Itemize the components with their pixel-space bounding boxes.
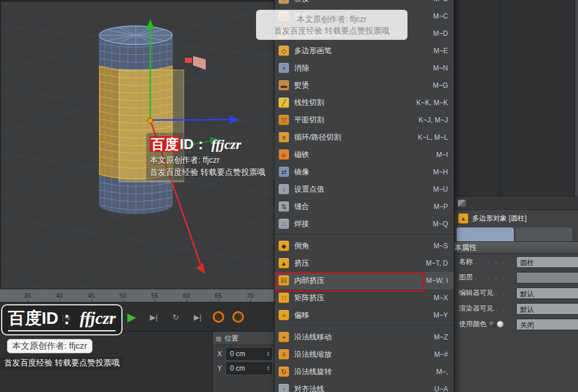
timeline-tick[interactable]: 50 [107, 289, 139, 302]
tick-label: 60 [183, 292, 190, 299]
menu-item-shortcut: M~U [433, 185, 448, 193]
loop-button[interactable]: ↻ [169, 310, 183, 324]
record-keyframe-button[interactable] [213, 311, 224, 323]
polygon-object-icon: ▲ [458, 214, 468, 223]
menu-item-shortcut: M~Y [433, 311, 448, 319]
smooth-shift-icon: ≈ [279, 310, 289, 320]
object-manager-scrollbar[interactable] [575, 0, 578, 196]
menu-item-label: 沿法线缩放 [294, 349, 429, 360]
attribute-value-field[interactable]: 默认 [516, 288, 578, 299]
menu-item[interactable]: ≈ 偏移 M~Y [275, 307, 454, 324]
menu-item[interactable]: ↑ 对齐法线 U~A [275, 380, 454, 392]
section-title: 基本属性 [454, 242, 477, 253]
attribute-label: 图层 [459, 272, 473, 282]
attribute-value-field[interactable]: 默认 [516, 303, 578, 315]
menu-item[interactable]: ∪ 磁铁 M~I [275, 146, 454, 163]
menu-item-shortcut: K~J, M~J [418, 116, 448, 124]
menu-item-shortcut: M~Z [434, 333, 448, 341]
attribute-row: 渲染器可见 默认 [454, 301, 578, 316]
menu-item-shortcut: M~T, D [426, 259, 448, 267]
menu-item-label: 桥接 [294, 0, 428, 4]
menu-item-label: 挤压 [294, 258, 421, 268]
baidu-id-label: 百度 [8, 309, 42, 327]
timeline-tick[interactable]: 35 [12, 289, 43, 302]
spinner-arrows[interactable]: ▲▼ [266, 351, 271, 357]
extrude-icon: ▲ [279, 258, 289, 268]
set-point-value-icon: ↕ [279, 184, 289, 195]
menu-item-shortcut: K~L, M~L [418, 133, 448, 141]
timeline-tick[interactable]: 55 [139, 289, 171, 302]
attribute-tab[interactable] [457, 227, 514, 241]
menu-item[interactable]: ◊ 沿法线缩放 M~# [275, 346, 454, 363]
menu-item-shortcut: M~E [433, 47, 448, 55]
tick-label: 35 [24, 292, 31, 299]
menu-item[interactable]: ⇅ 缝合 M~P [275, 198, 454, 215]
sphere-light-icon [497, 321, 503, 327]
menu-item[interactable]: ▽ 平面切割 K~J, M~J [275, 111, 454, 129]
menu-item[interactable]: × 消除 M~N [275, 59, 454, 77]
menu-item[interactable]: ≡ 循环/路径切割 K~L, M~L [275, 129, 454, 146]
attribute-row: 使用颜色 关闭 [454, 316, 578, 332]
menu-item[interactable]: ◆ 倒角 M~S [275, 237, 454, 255]
timeline-tick[interactable]: 70 [234, 289, 266, 302]
menu-item[interactable]: ▬ 熨烫 M~G [275, 77, 454, 94]
spinner-arrows[interactable]: ▲▼ [266, 365, 271, 371]
goto-end-button[interactable]: ▶| [191, 310, 205, 324]
menu-item[interactable]: ◇ 多边形画笔 M~E [275, 42, 454, 59]
attribute-label: 使用颜色 [459, 319, 487, 329]
transport-button-icon: ↻ [173, 313, 179, 322]
transport-button-icon: ▶| [194, 313, 201, 322]
timeline-tick[interactable]: 40 [43, 289, 75, 302]
menu-item-label: 沿法线移动 [294, 332, 429, 342]
attribute-label: 编辑器可见 [459, 288, 494, 298]
menu-item[interactable]: 回 内部挤压 M~W, I [275, 272, 454, 289]
menu-item[interactable] [275, 233, 454, 237]
tick-label: 50 [119, 292, 126, 299]
attributes-tabbar [454, 196, 578, 210]
menu-item[interactable]: ∩ 桥接 M~B [275, 0, 454, 8]
menu-item[interactable]: ╱ 线性切割 K~K, M~K [275, 94, 454, 111]
object-title: 多边形对象 [圆柱] [472, 214, 527, 223]
menu-item[interactable]: ↻ 沿法线旋转 M~, [275, 363, 454, 380]
menu-item-shortcut: M~D [433, 29, 448, 38]
menu-item[interactable]: ▲ 挤压 M~T, D [275, 255, 454, 272]
scale-along-normals-icon: ◊ [279, 349, 289, 360]
menu-item[interactable]: + 沿法线移动 M~Z [275, 328, 454, 346]
menu-item-shortcut: M~I [436, 151, 448, 159]
timeline-tick[interactable]: 60 [171, 289, 202, 302]
bridge-icon: ∩ [279, 0, 289, 4]
mode-icon[interactable] [458, 200, 466, 207]
dissolve-icon: × [279, 63, 289, 73]
stitch-icon: ⇅ [279, 201, 289, 212]
menu-item[interactable]: ∴ 焊接 M~Q [275, 215, 454, 233]
menu-item[interactable]: ⇄ 镜像 M~H [275, 163, 454, 181]
menu-item-label: 偏移 [294, 310, 428, 320]
object-manager-area [454, 0, 578, 196]
menu-item-shortcut: M~G [433, 81, 448, 89]
attribute-value-field[interactable]: 圆柱 [516, 256, 578, 268]
coordinate-input[interactable]: 0 cm ▲▼ [227, 348, 272, 360]
attribute-tab[interactable] [516, 227, 573, 241]
attribute-value-field[interactable]: 关闭 [516, 319, 578, 330]
menu-item-label: 内部挤压 [294, 275, 421, 286]
polygon-pen-icon: ◇ [279, 46, 289, 56]
section-header[interactable]: 基本属性 [454, 241, 578, 254]
watermark-top: 本文原创作者: ffjczr 首发百度经验 转载要点赞投票哦 [256, 10, 407, 40]
align-normals-icon: ↑ [279, 384, 289, 392]
menu-item-label: 消除 [294, 63, 428, 73]
iron-icon: ▬ [279, 80, 289, 91]
grid-icon: ▦ [216, 335, 221, 342]
attribute-value-field[interactable] [516, 272, 578, 283]
menu-item[interactable]: ∷ 矩阵挤压 M~X [275, 289, 454, 307]
menu-item[interactable]: ↕ 设置点值 M~U [275, 181, 454, 198]
autokeying-button[interactable] [232, 311, 244, 323]
timeline-tick[interactable]: 65 [202, 289, 234, 302]
timeline-ruler[interactable]: 35 40 45 50 55 60 65 70 [0, 289, 274, 303]
timeline-tick[interactable]: 45 [75, 289, 107, 302]
watermark-top-line2: 首发百度经验 转载要点赞投票哦 [261, 25, 403, 36]
menu-item[interactable] [275, 324, 454, 328]
menu-item-shortcut: M~P [433, 203, 448, 211]
dot-leader [475, 274, 514, 281]
coordinate-input[interactable]: 0 cm ▲▼ [227, 363, 272, 374]
watermark-bottom-line2: 本文原创作者: ffjczr [7, 339, 92, 353]
